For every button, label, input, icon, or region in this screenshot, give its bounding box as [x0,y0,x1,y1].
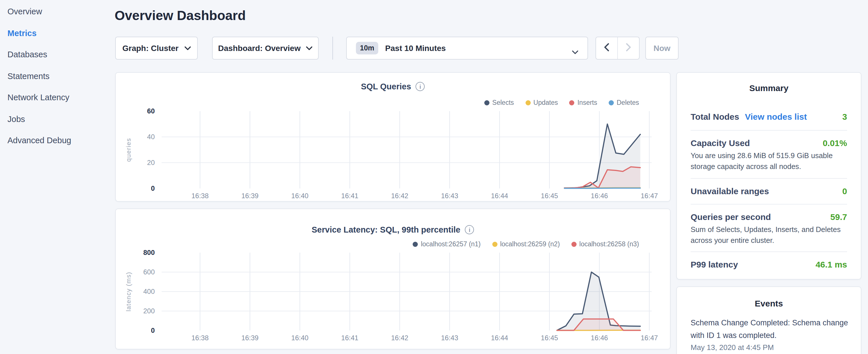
series-line [564,188,641,189]
toolbar-divider [333,37,333,60]
x-axis-tick-label: 16:44 [491,192,508,200]
summary-divider [691,178,847,179]
next-time-window-button[interactable] [617,37,639,59]
sidebar-item-advanced-debug[interactable]: Advanced Debug [7,136,71,145]
y-axis-tick-label: 800 [143,249,155,256]
time-range-label: Past 10 Minutes [385,43,446,53]
app-root: Overview Metrics Databases Statements Ne… [0,0,868,354]
sidebar-item-databases[interactable]: Databases [7,50,47,59]
x-axis-tick-label: 16:43 [441,334,458,342]
summary-divider [691,130,847,131]
x-axis-tick-label: 16:42 [391,334,408,342]
p99-latency-value: 46.1 ms [815,259,847,269]
y-axis-tick-label: 20 [147,159,155,166]
x-axis-tick-label: 16:38 [191,192,209,200]
summary-row-queries-per-second: Queries per second 59.7 [691,212,847,222]
x-axis-tick-label: 16:45 [541,192,558,200]
summary-row-p99-latency: P99 latency 46.1 ms [691,259,847,269]
events-panel-title: Events [677,298,861,308]
sidebar-item-overview[interactable]: Overview [7,7,42,16]
dashboard-dropdown[interactable]: Dashboard: Overview [212,37,319,60]
summary-panel-title: Summary [677,83,861,93]
x-axis-tick-label: 16:47 [641,334,658,342]
x-axis-tick-label: 16:44 [491,334,508,342]
sql-queries-chart[interactable]: 16:3816:3916:4016:4116:4216:4316:4416:45… [116,73,671,202]
time-window-pager [595,37,640,60]
y-axis-tick-label: 200 [143,307,155,315]
sidebar-item-network-latency[interactable]: Network Latency [7,93,69,102]
chevron-down-icon [306,46,313,50]
p99-latency-label: P99 latency [691,259,738,269]
capacity-used-description: You are using 28.6 MiB of 515.9 GiB usab… [691,151,848,172]
x-axis-tick-label: 16:47 [641,192,658,200]
now-button[interactable]: Now [645,37,679,60]
y-axis-tick-label: 600 [143,268,155,276]
queries-per-second-value: 59.7 [831,212,847,222]
summary-divider [691,252,847,252]
unavailable-ranges-label: Unavailable ranges [691,186,769,196]
previous-time-window-button[interactable] [596,37,617,59]
sql-queries-chart-card: SQL Queries i SelectsUpdatesInsertsDelet… [115,72,671,202]
y-axis-tick-label: 0 [151,326,155,334]
sidebar-item-statements[interactable]: Statements [7,72,50,81]
x-axis-tick-label: 16:41 [341,192,359,200]
time-range-badge: 10m [356,42,378,55]
y-axis-title: latency (ms) [125,272,132,312]
graph-scope-dropdown[interactable]: Graph: Cluster [115,37,198,60]
y-axis-tick-label: 0 [151,185,155,192]
dashboard-dropdown-label: Dashboard: Overview [218,43,301,53]
page-title: Overview Dashboard [115,8,246,24]
x-axis-tick-label: 16:42 [391,192,408,200]
sidebar-item-metrics[interactable]: Metrics [7,29,37,38]
event-item-timestamp: May 13, 2020 at 4:45 PM [691,343,774,352]
y-axis-tick-label: 40 [147,133,155,141]
x-axis-tick-label: 16:46 [591,334,608,342]
queries-per-second-description: Sum of Selects, Updates, Inserts, and De… [691,225,848,246]
y-axis-tick-label: 60 [147,107,155,115]
events-panel: Events Schema Change Completed: Schema c… [676,286,861,354]
sidebar-item-jobs[interactable]: Jobs [7,115,25,124]
unavailable-ranges-value: 0 [842,186,847,196]
x-axis-tick-label: 16:39 [241,192,258,200]
service-latency-chart[interactable]: 16:3816:3916:4016:4116:4216:4316:4416:45… [116,209,671,350]
time-range-dropdown[interactable]: 10m Past 10 Minutes [346,37,588,60]
x-axis-tick-label: 16:45 [541,334,558,342]
summary-divider [691,204,847,204]
summary-row-unavailable-ranges: Unavailable ranges 0 [691,186,847,196]
x-axis-tick-label: 16:43 [441,192,458,200]
x-axis-tick-label: 16:38 [191,334,209,342]
service-latency-chart-card: Service Latency: SQL, 99th percentile i … [115,208,671,349]
capacity-used-value: 0.01% [823,138,847,148]
total-nodes-label: Total Nodes [691,112,739,122]
x-axis-tick-label: 16:46 [591,192,608,200]
total-nodes-value: 3 [842,112,847,122]
queries-per-second-label: Queries per second [691,212,771,222]
graph-scope-dropdown-label: Graph: Cluster [122,43,179,53]
summary-row-capacity-used: Capacity Used 0.01% [691,138,847,148]
now-button-label: Now [653,43,670,53]
x-axis-tick-label: 16:39 [241,334,258,342]
y-axis-title: queries [125,138,132,162]
capacity-used-label: Capacity Used [691,138,750,148]
y-axis-tick-label: 400 [143,288,155,295]
event-item-text[interactable]: Schema Change Completed: Schema change w… [691,317,848,342]
summary-row-total-nodes: Total Nodes View nodes list 3 [691,112,847,122]
x-axis-tick-label: 16:41 [341,334,359,342]
view-nodes-list-link[interactable]: View nodes list [745,112,807,122]
x-axis-tick-label: 16:40 [291,334,308,342]
chevron-right-icon [626,43,631,54]
chevron-down-icon [184,46,191,50]
summary-panel: Summary Total Nodes View nodes list 3 Ca… [676,72,861,280]
chevron-down-icon [572,47,578,56]
chevron-left-icon [604,43,609,54]
x-axis-tick-label: 16:40 [291,192,308,200]
